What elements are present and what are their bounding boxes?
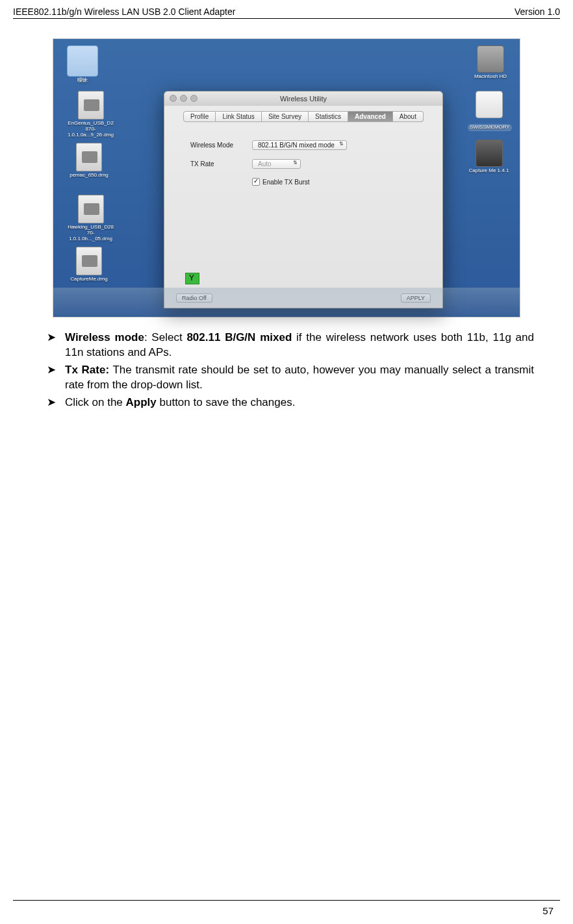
desktop-reflection (53, 288, 520, 317)
header-right: Version 1.0 (515, 6, 560, 17)
bullet-marker: ➤ (39, 363, 65, 393)
usb-label: SWISSMEMORY (468, 124, 512, 131)
tx-burst-label: Enable TX Burst (262, 179, 310, 186)
tab-profile[interactable]: Profile (183, 111, 216, 122)
signal-strength-icon (185, 273, 199, 284)
tab-advanced[interactable]: Advanced (348, 111, 393, 122)
folder-label: 曖昧 (66, 78, 99, 84)
wireless-mode-row: Wireless Mode 802.11 B/G/N mixed mode (190, 140, 416, 150)
window-controls[interactable] (170, 95, 197, 102)
bullet-item-1: ➤ Wireless mode: Select 802.11 B/G/N mix… (39, 331, 534, 360)
hd-label: Macintosh HD (471, 74, 510, 80)
harddrive-icon (477, 45, 504, 73)
desktop-dmg-2: pemac_650.dmg (66, 143, 112, 179)
dmg-icon (76, 247, 102, 275)
dmg-icon (76, 143, 102, 171)
dmg-label-1: EnGenius_USB_D2870-1.0.1.0a...9_26.dmg (66, 121, 115, 138)
window-titlebar: Wireless Utility (164, 92, 442, 106)
wireless-utility-window: Wireless Utility Profile Link Status Sit… (164, 91, 443, 308)
bullet-text-3: Click on the Apply button to save the ch… (65, 395, 534, 410)
bullet-text-1: Wireless mode: Select 802.11 B/G/N mixed… (65, 331, 534, 360)
dmg-label-3: Hawking_USB_D2870-1.0.1.0b..._05.dmg (66, 225, 115, 242)
header-divider (13, 18, 560, 19)
bullet-marker: ➤ (39, 395, 65, 410)
desktop-hd: Macintosh HD (471, 45, 510, 80)
bullet-item-2: ➤ Tx Rate: The transmit rate should be s… (39, 363, 534, 393)
tab-about[interactable]: About (393, 111, 424, 122)
zoom-icon[interactable] (190, 95, 197, 102)
tx-rate-label: TX Rate (190, 160, 252, 168)
dmg-label-2: pemac_650.dmg (66, 173, 112, 179)
desktop-folder: 曖昧 (66, 45, 99, 84)
dmg-label-4: CaptureMe.dmg (66, 277, 112, 282)
desktop-dmg-3: Hawking_USB_D2870-1.0.1.0b..._05.dmg (66, 195, 115, 242)
usb-drive-icon (476, 91, 503, 118)
tx-burst-checkbox[interactable] (252, 178, 260, 186)
dmg-icon (78, 91, 104, 119)
bullet-marker: ➤ (39, 331, 65, 360)
window-title: Wireless Utility (280, 95, 327, 103)
app-icon (476, 140, 503, 167)
tab-site-survey[interactable]: Site Survey (262, 111, 309, 122)
advanced-form: Wireless Mode 802.11 B/G/N mixed mode TX… (164, 127, 442, 199)
wireless-mode-label: Wireless Mode (190, 142, 252, 149)
desktop-usb: SWISSMEMORY (468, 91, 510, 131)
tx-burst-row: Enable TX Burst (252, 178, 416, 186)
close-icon[interactable] (170, 95, 177, 102)
dmg-icon (78, 195, 104, 223)
document-body: ➤ Wireless mode: Select 802.11 B/G/N mix… (0, 331, 573, 410)
header-left: IEEE802.11b/g/n Wireless LAN USB 2.0 Cli… (13, 6, 235, 17)
wireless-mode-dropdown[interactable]: 802.11 B/G/N mixed mode (252, 140, 347, 150)
capture-label: Capture Me 1.4.1 (468, 168, 510, 174)
mac-desktop-screenshot: 曖昧 EnGenius_USB_D2870-1.0.1.0a...9_26.dm… (53, 38, 520, 318)
desktop-capture: Capture Me 1.4.1 (468, 140, 510, 174)
folder-icon (67, 45, 98, 77)
desktop-dmg-1: EnGenius_USB_D2870-1.0.1.0a...9_26.dmg (66, 91, 115, 138)
tab-link-status[interactable]: Link Status (216, 111, 261, 122)
bullet-item-3: ➤ Click on the Apply button to save the … (39, 395, 534, 410)
tab-statistics[interactable]: Statistics (309, 111, 348, 122)
desktop-dmg-4: CaptureMe.dmg (66, 247, 112, 282)
tx-rate-row: TX Rate Auto (190, 159, 416, 169)
minimize-icon[interactable] (180, 95, 187, 102)
tab-bar: Profile Link Status Site Survey Statisti… (164, 106, 442, 127)
tx-rate-dropdown[interactable]: Auto (252, 159, 301, 169)
page-number: 57 (542, 905, 554, 916)
footer-divider (13, 900, 560, 901)
bullet-text-2: Tx Rate: The transmit rate should be set… (65, 363, 534, 393)
